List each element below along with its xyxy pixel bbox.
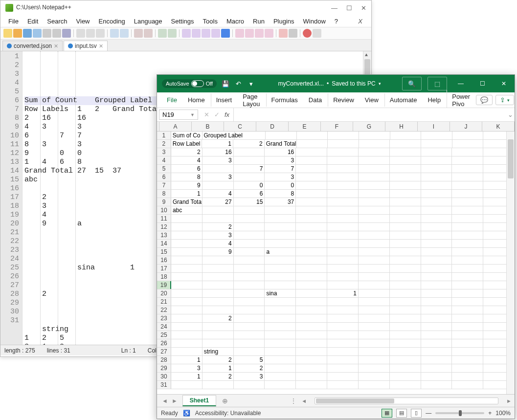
cell-C28[interactable]: 5 bbox=[234, 356, 265, 364]
cell-H9[interactable] bbox=[390, 198, 421, 206]
cell-J30[interactable] bbox=[452, 373, 483, 380]
cell-H20[interactable] bbox=[390, 289, 421, 297]
cell-F6[interactable] bbox=[327, 173, 359, 181]
cell-H14[interactable] bbox=[390, 240, 421, 247]
cell-A29[interactable]: 3 bbox=[171, 364, 202, 372]
cell-I21[interactable] bbox=[421, 298, 452, 306]
cell-E31[interactable] bbox=[296, 381, 327, 389]
horizontal-scrollbar[interactable] bbox=[315, 398, 498, 404]
zoom-thumb[interactable] bbox=[459, 410, 462, 416]
cell-J17[interactable] bbox=[452, 265, 483, 272]
cell-G25[interactable] bbox=[359, 331, 390, 339]
row-header[interactable]: 1 bbox=[157, 132, 171, 139]
cell-H26[interactable] bbox=[390, 339, 421, 347]
cell-A25[interactable] bbox=[171, 331, 202, 339]
cell-D19[interactable] bbox=[265, 281, 296, 289]
cell-C5[interactable]: 7 bbox=[234, 165, 265, 173]
cell-J28[interactable] bbox=[452, 356, 483, 364]
cell-C14[interactable] bbox=[234, 240, 265, 247]
new-icon[interactable] bbox=[3, 29, 12, 38]
cell-B9[interactable]: 27 bbox=[202, 198, 234, 206]
sheet-tab-sheet1[interactable]: Sheet1 bbox=[182, 395, 216, 406]
cell-H31[interactable] bbox=[390, 381, 421, 389]
menu-edit[interactable]: Edit bbox=[23, 17, 42, 26]
cell-E9[interactable] bbox=[296, 198, 327, 206]
cell-H8[interactable] bbox=[390, 190, 421, 198]
npp-titlebar[interactable]: C:\Users\ Notepad++ — ☐ ✕ bbox=[0, 0, 371, 15]
col-header-B[interactable]: B bbox=[192, 122, 224, 131]
cell-C18[interactable] bbox=[234, 273, 265, 281]
col-header-A[interactable]: A bbox=[159, 122, 192, 131]
row-header[interactable]: 8 bbox=[157, 190, 171, 198]
cell-G10[interactable] bbox=[359, 206, 390, 214]
cell-J3[interactable] bbox=[452, 148, 483, 156]
cell-G12[interactable] bbox=[359, 223, 390, 231]
cell-A28[interactable]: 1 bbox=[171, 356, 202, 364]
cell-F27[interactable] bbox=[327, 348, 359, 355]
cell-A9[interactable]: Grand Tota bbox=[171, 198, 202, 206]
row-header[interactable]: 19 bbox=[157, 281, 171, 289]
row-header[interactable]: 23 bbox=[157, 314, 171, 322]
cell-E7[interactable] bbox=[296, 181, 327, 189]
cell-C10[interactable] bbox=[234, 206, 265, 214]
cell-D7[interactable]: 0 bbox=[265, 181, 296, 189]
cell-B27[interactable]: string bbox=[202, 348, 234, 355]
cell-G6[interactable] bbox=[359, 173, 390, 181]
cell-I17[interactable] bbox=[421, 265, 452, 272]
cell-C2[interactable]: 2 bbox=[233, 140, 265, 148]
cell-H29[interactable] bbox=[390, 364, 421, 372]
row-header[interactable]: 10 bbox=[157, 206, 171, 214]
closeall-icon[interactable] bbox=[52, 29, 61, 38]
cell-G1[interactable] bbox=[359, 132, 390, 139]
cell-B5[interactable] bbox=[202, 165, 234, 173]
cell-I12[interactable] bbox=[421, 223, 452, 231]
search-button[interactable]: 🔍 bbox=[402, 77, 422, 90]
cell-B29[interactable]: 1 bbox=[202, 364, 234, 372]
cell-B4[interactable]: 3 bbox=[202, 156, 234, 164]
ribbon-tab-page-layou[interactable]: Page Layou bbox=[238, 90, 265, 111]
cell-A18[interactable] bbox=[171, 273, 202, 281]
menu-view[interactable]: View bbox=[72, 17, 94, 26]
cell-A10[interactable]: abc bbox=[171, 206, 202, 214]
cell-G13[interactable] bbox=[359, 231, 390, 239]
cell-F5[interactable] bbox=[327, 165, 359, 173]
cell-B23[interactable]: 2 bbox=[202, 314, 234, 322]
row-header[interactable]: 22 bbox=[157, 306, 171, 314]
save-icon[interactable]: 💾 bbox=[222, 80, 229, 88]
cell-G14[interactable] bbox=[359, 240, 390, 247]
cell-B24[interactable] bbox=[202, 323, 234, 331]
cell-G18[interactable] bbox=[359, 273, 390, 281]
row-header[interactable]: 24 bbox=[157, 323, 171, 331]
menu-settings[interactable]: Settings bbox=[167, 17, 198, 26]
cell-E4[interactable] bbox=[296, 156, 327, 164]
cell-I15[interactable] bbox=[421, 248, 452, 256]
ribbon-tab-automate[interactable]: Automate bbox=[384, 93, 422, 107]
folder-icon[interactable] bbox=[245, 29, 254, 38]
cell-B17[interactable] bbox=[202, 265, 234, 272]
row-header[interactable]: 13 bbox=[157, 231, 171, 239]
col-header-F[interactable]: F bbox=[321, 122, 353, 131]
cell-C7[interactable]: 0 bbox=[234, 181, 265, 189]
cell-D26[interactable] bbox=[265, 339, 296, 347]
cell-B28[interactable]: 2 bbox=[202, 356, 234, 364]
cell-J26[interactable] bbox=[452, 339, 483, 347]
cell-F7[interactable] bbox=[327, 181, 359, 189]
cell-I10[interactable] bbox=[421, 206, 452, 214]
cell-C17[interactable] bbox=[234, 265, 265, 272]
cell-I1[interactable] bbox=[421, 132, 452, 139]
row-header[interactable]: 3 bbox=[157, 148, 171, 156]
add-sheet-button[interactable]: ⊕ bbox=[216, 397, 234, 405]
cell-I31[interactable] bbox=[421, 381, 452, 389]
cell-H1[interactable] bbox=[390, 132, 422, 139]
scroll-thumb[interactable] bbox=[508, 139, 514, 178]
cell-B20[interactable] bbox=[202, 289, 234, 297]
doclist-icon[interactable] bbox=[289, 29, 297, 38]
cell-G2[interactable] bbox=[359, 140, 390, 148]
close-file-icon[interactable] bbox=[43, 29, 51, 38]
cell-C15[interactable] bbox=[234, 248, 265, 256]
indent-guide-icon[interactable] bbox=[221, 29, 230, 38]
cell-F20[interactable]: 1 bbox=[327, 289, 359, 297]
cell-G26[interactable] bbox=[359, 339, 390, 347]
cell-F3[interactable] bbox=[327, 148, 359, 156]
cell-E20[interactable] bbox=[296, 289, 327, 297]
